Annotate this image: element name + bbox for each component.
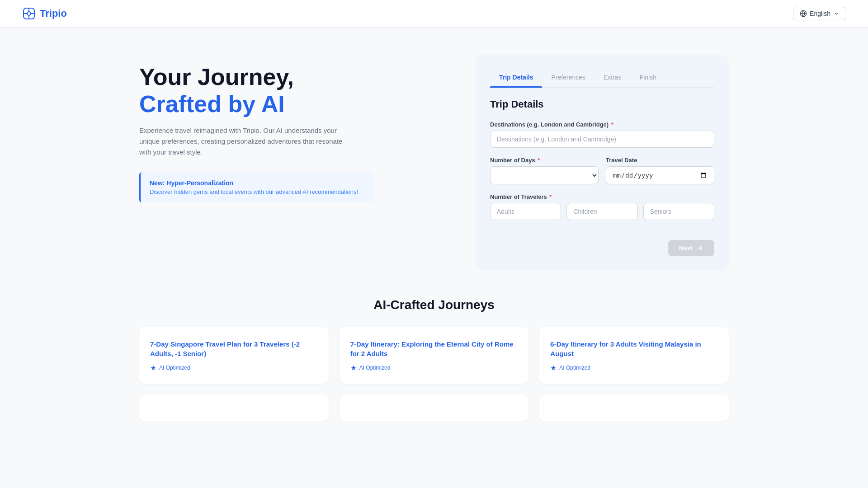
- globe-icon: [800, 10, 807, 17]
- main-content: Your Journey, Crafted by AI Experience t…: [118, 28, 750, 289]
- journey-card-3-title: 6-Day Itinerary for 3 Adults Visiting Ma…: [550, 339, 718, 358]
- travelers-label: Number of Travelers *: [490, 193, 714, 200]
- travelers-inputs: [490, 203, 714, 220]
- hero-title-line1: Your Journey,: [139, 64, 294, 90]
- next-label: Next: [679, 244, 693, 252]
- days-select[interactable]: 1 2 3 4 5 6 7 10 14: [490, 166, 599, 184]
- highlight-desc: Discover hidden gems and local events wi…: [150, 188, 365, 195]
- journey-card-3: 6-Day Itinerary for 3 Adults Visiting Ma…: [539, 327, 729, 384]
- language-button[interactable]: English: [793, 7, 846, 20]
- journey-cards-grid: 7-Day Singapore Travel Plan for 3 Travel…: [139, 327, 729, 384]
- destinations-input[interactable]: [490, 131, 714, 148]
- svg-point-1: [27, 12, 31, 15]
- journey-card-partial-2: [340, 394, 529, 422]
- highlight-title: New: Hyper-Personalization: [150, 179, 365, 187]
- travelers-group: Number of Travelers *: [490, 193, 714, 220]
- tab-preferences[interactable]: Preferences: [542, 69, 594, 87]
- trip-card: Trip Details Preferences Extras Finish T…: [476, 55, 729, 271]
- travel-date-label: Travel Date: [606, 157, 714, 164]
- chevron-down-icon: [833, 10, 840, 17]
- trip-details-form: Trip Details Destinations (e.g. London a…: [490, 99, 714, 256]
- hero-subtitle: Experience travel reimagined with Tripio…: [139, 125, 356, 158]
- children-input[interactable]: [566, 203, 637, 220]
- journey-card-3-badge: AI Optimized: [550, 365, 718, 371]
- travelers-required: *: [549, 193, 552, 200]
- seniors-input[interactable]: [643, 203, 714, 220]
- travel-date-input[interactable]: [606, 166, 714, 184]
- tab-extras[interactable]: Extras: [594, 69, 631, 87]
- days-date-row: Number of Days * 1 2 3 4 5 6 7 10 14: [490, 157, 714, 193]
- days-required: *: [538, 157, 540, 164]
- destinations-required: *: [611, 121, 613, 128]
- hero-title: Your Journey, Crafted by AI: [139, 64, 454, 118]
- logo: Tripio: [22, 6, 67, 21]
- highlight-box: New: Hyper-Personalization Discover hidd…: [139, 172, 374, 202]
- adults-input[interactable]: [490, 203, 561, 220]
- journeys-title: AI-Crafted Journeys: [139, 298, 729, 312]
- days-group: Number of Days * 1 2 3 4 5 6 7 10 14: [490, 157, 599, 184]
- journey-card-2-title: 7-Day Itinerary: Exploring the Eternal C…: [350, 339, 518, 358]
- sparkle-icon: [150, 365, 156, 371]
- tabs: Trip Details Preferences Extras Finish: [490, 69, 714, 88]
- header: Tripio English: [0, 0, 868, 28]
- hero-section: Your Journey, Crafted by AI Experience t…: [139, 55, 454, 271]
- form-title: Trip Details: [490, 99, 714, 110]
- journeys-section: AI-Crafted Journeys 7-Day Singapore Trav…: [118, 289, 750, 449]
- days-label: Number of Days *: [490, 157, 599, 164]
- sparkle-icon: [350, 365, 357, 371]
- hero-title-line2: Crafted by AI: [139, 91, 285, 117]
- logo-icon: [22, 6, 36, 21]
- journey-card-2: 7-Day Itinerary: Exploring the Eternal C…: [340, 327, 529, 384]
- logo-text: Tripio: [40, 8, 67, 19]
- journey-card-1: 7-Day Singapore Travel Plan for 3 Travel…: [139, 327, 329, 384]
- tab-trip-details[interactable]: Trip Details: [490, 69, 542, 87]
- journey-card-2-badge: AI Optimized: [350, 365, 518, 371]
- journey-card-1-title: 7-Day Singapore Travel Plan for 3 Travel…: [150, 339, 318, 358]
- journey-cards-bottom-grid: [139, 394, 729, 422]
- journey-card-1-badge: AI Optimized: [150, 365, 318, 371]
- language-label: English: [810, 10, 830, 17]
- next-button[interactable]: Next: [668, 240, 714, 256]
- destinations-label: Destinations (e.g. London and Cambridge)…: [490, 121, 714, 128]
- arrow-right-icon: [696, 244, 703, 252]
- journey-card-partial-1: [139, 394, 329, 422]
- tab-finish[interactable]: Finish: [631, 69, 665, 87]
- sparkle-icon: [550, 365, 557, 371]
- journey-card-partial-3: [539, 394, 729, 422]
- travel-date-group: Travel Date: [606, 157, 714, 184]
- destinations-group: Destinations (e.g. London and Cambridge)…: [490, 121, 714, 148]
